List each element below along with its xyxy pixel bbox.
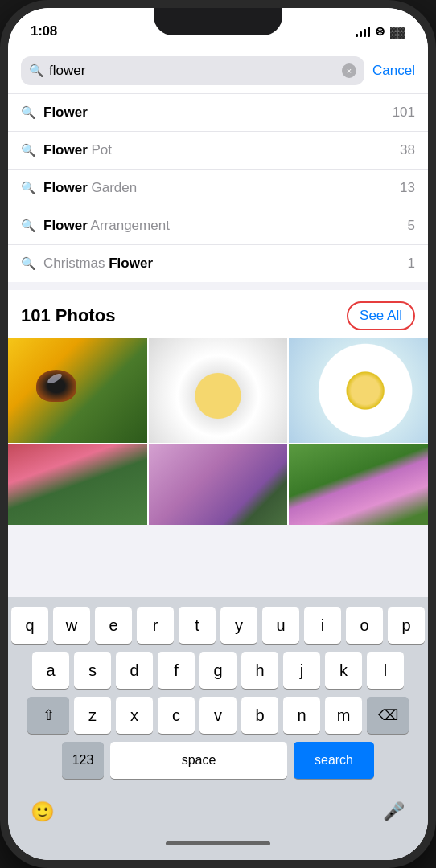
suggestion-flower-arrangement[interactable]: 🔍 Flower Arrangement 5: [8, 207, 428, 245]
key-i[interactable]: i: [304, 607, 341, 644]
suggestions-list: 🔍 Flower 101 🔍 Flower Pot 38 🔍 Flower Ga…: [8, 93, 428, 282]
search-icon: 🔍: [21, 219, 35, 233]
clear-button[interactable]: ×: [342, 63, 356, 78]
photo-daisy[interactable]: [289, 338, 428, 443]
suggestion-flower-garden[interactable]: 🔍 Flower Garden 13: [8, 170, 428, 207]
shift-key[interactable]: ⇧: [27, 697, 69, 734]
photos-count-title: 101 Photos: [21, 305, 115, 326]
phone-screen: 1:08 ⊛ ▓▓ 🔍 flower × Cancel: [8, 8, 428, 860]
key-f[interactable]: f: [158, 652, 195, 689]
key-o[interactable]: o: [346, 607, 383, 644]
key-c[interactable]: c: [158, 697, 195, 734]
search-input[interactable]: flower: [49, 63, 337, 79]
battery-icon: ▓▓: [390, 26, 405, 38]
bottom-accessory-row: 🙂 🎤: [11, 787, 425, 835]
see-all-button[interactable]: See All: [347, 301, 415, 330]
photo-bee[interactable]: [8, 338, 147, 443]
suggestion-text: Flower Garden: [43, 180, 392, 196]
key-r[interactable]: r: [137, 607, 174, 644]
photos-header: 101 Photos See All: [8, 290, 428, 338]
key-d[interactable]: d: [116, 652, 153, 689]
suggestion-count: 13: [400, 180, 415, 196]
suggestion-count: 1: [408, 256, 415, 272]
keyboard-row-1: q w e r t y u i o p: [11, 607, 425, 644]
keyboard: q w e r t y u i o p a s d f g h j k: [8, 597, 428, 860]
search-icon: 🔍: [21, 181, 35, 195]
suggestion-text: Christmas Flower: [43, 256, 400, 272]
suggestion-count: 101: [393, 104, 415, 121]
delete-key[interactable]: ⌫: [367, 697, 409, 734]
keyboard-row-3: ⇧ z x c v b n m ⌫: [11, 697, 425, 734]
key-g[interactable]: g: [199, 652, 237, 689]
key-t[interactable]: t: [179, 607, 216, 644]
photo-white-flower[interactable]: [149, 338, 288, 443]
suggestion-text: Flower Pot: [43, 142, 392, 158]
signal-icon: [356, 26, 370, 37]
num-key[interactable]: 123: [62, 742, 104, 779]
photo-pink-flowers[interactable]: [8, 444, 147, 525]
emoji-key[interactable]: 🙂: [24, 793, 61, 830]
cancel-button[interactable]: Cancel: [372, 63, 415, 79]
key-z[interactable]: z: [74, 697, 111, 734]
suggestion-flower[interactable]: 🔍 Flower 101: [8, 94, 428, 132]
key-h[interactable]: h: [241, 652, 278, 689]
home-indicator: [11, 835, 425, 855]
suggestion-count: 38: [400, 142, 415, 158]
key-m[interactable]: m: [325, 697, 362, 734]
key-x[interactable]: x: [116, 697, 153, 734]
phone-frame: 1:08 ⊛ ▓▓ 🔍 flower × Cancel: [0, 0, 436, 868]
key-n[interactable]: n: [283, 697, 320, 734]
key-l[interactable]: l: [367, 652, 404, 689]
suggestion-text: Flower Arrangement: [43, 218, 400, 234]
keyboard-row-bottom: 123 space search: [11, 742, 425, 779]
key-a[interactable]: a: [32, 652, 69, 689]
photos-grid: [8, 338, 428, 525]
suggestion-count: 5: [408, 218, 415, 234]
search-icon: 🔍: [29, 63, 44, 78]
key-p[interactable]: p: [388, 607, 425, 644]
key-k[interactable]: k: [325, 652, 362, 689]
wifi-icon: ⊛: [375, 24, 385, 39]
photo-green-plants[interactable]: [289, 444, 428, 525]
key-u[interactable]: u: [262, 607, 299, 644]
search-icon: 🔍: [21, 143, 35, 158]
search-bar-container: 🔍 flower × Cancel: [8, 48, 428, 93]
key-w[interactable]: w: [53, 607, 90, 644]
photo-purple-cluster[interactable]: [149, 444, 288, 525]
suggestion-text: Flower: [43, 104, 385, 121]
key-j[interactable]: j: [283, 652, 320, 689]
notch: [154, 8, 282, 35]
keyboard-row-2: a s d f g h j k l: [11, 652, 425, 689]
key-q[interactable]: q: [11, 607, 48, 644]
suggestion-flower-pot[interactable]: 🔍 Flower Pot 38: [8, 132, 428, 170]
status-icons: ⊛ ▓▓: [356, 24, 405, 39]
key-b[interactable]: b: [241, 697, 278, 734]
search-input-wrapper[interactable]: 🔍 flower ×: [21, 56, 364, 85]
search-key[interactable]: search: [294, 742, 374, 779]
search-icon: 🔍: [21, 105, 35, 120]
mic-key[interactable]: 🎤: [375, 793, 412, 830]
key-v[interactable]: v: [199, 697, 237, 734]
suggestion-christmas-flower[interactable]: 🔍 Christmas Flower 1: [8, 245, 428, 282]
photos-section: 101 Photos See All: [8, 290, 428, 525]
key-s[interactable]: s: [74, 652, 111, 689]
key-e[interactable]: e: [95, 607, 132, 644]
home-bar: [166, 841, 270, 845]
time-display: 1:08: [31, 23, 57, 39]
key-y[interactable]: y: [220, 607, 257, 644]
search-icon: 🔍: [21, 256, 35, 271]
space-key[interactable]: space: [110, 742, 287, 779]
